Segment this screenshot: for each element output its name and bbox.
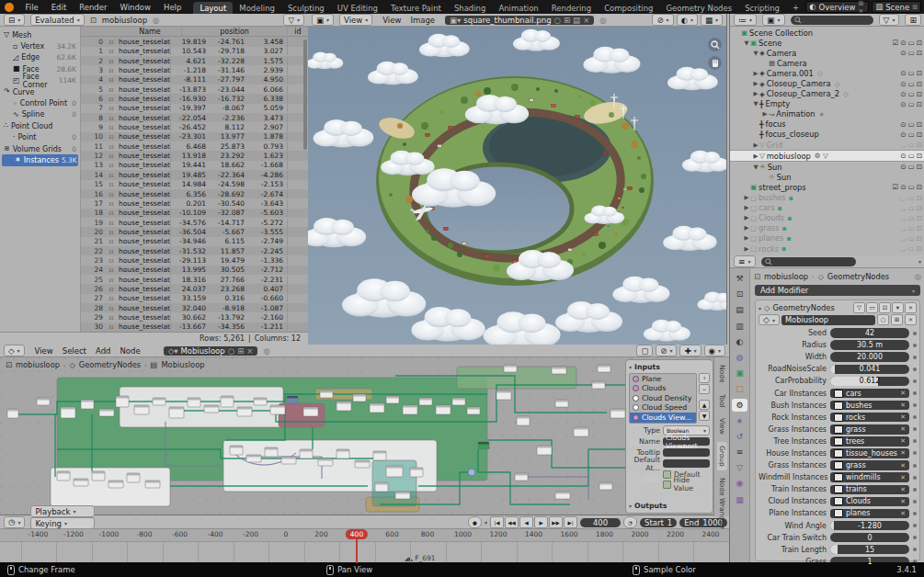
particles-tab[interactable]: ∗: [732, 414, 747, 427]
row-checkbox-icon[interactable]: ⊡: [106, 277, 117, 283]
default-attribute-field[interactable]: [663, 459, 710, 469]
expand-arrow-icon[interactable]: ▶: [752, 153, 759, 160]
remove-icon[interactable]: ✕: [900, 413, 906, 421]
disable-render-icon[interactable]: ⊡: [917, 141, 922, 149]
new-layer-icon[interactable]: ⊞: [912, 4, 918, 11]
domain-vertex[interactable]: ▫Vertex34.2K: [0, 40, 80, 51]
column-position[interactable]: position: [182, 28, 288, 36]
field-value[interactable]: Clouds✕: [830, 497, 909, 507]
hide-eye-icon[interactable]: ◡: [900, 224, 907, 232]
expand-arrow-icon[interactable]: ▶: [743, 204, 750, 211]
outliner-item-closeup-camera-2[interactable]: ▶◈Closeup_Camera_2◇⊙▭⊡: [730, 89, 924, 99]
side-tab-node[interactable]: Node: [717, 361, 727, 387]
hide-eye-icon[interactable]: ⊙: [900, 39, 906, 47]
animate-dot-icon[interactable]: [913, 403, 917, 407]
unlink-icon[interactable]: ×: [246, 346, 253, 356]
hide-eye-icon[interactable]: ⊙: [900, 49, 906, 57]
hide-eye-icon[interactable]: ⊙: [900, 80, 906, 88]
disable-viewport-icon[interactable]: ▭: [908, 90, 915, 98]
copy-icon[interactable]: ⊞: [237, 346, 244, 356]
table-row[interactable]: 11⊡house_tesselation.0126.46825.8730.793: [81, 141, 308, 151]
animate-dot-icon[interactable]: [913, 439, 917, 443]
field-value[interactable]: -1.280: [830, 521, 909, 531]
table-scrollbar[interactable]: [303, 40, 307, 150]
table-row[interactable]: 27⊡house_tesselation.00533.1590.316-0.66…: [81, 294, 308, 303]
menu-window[interactable]: Window: [113, 3, 157, 12]
add-input-button[interactable]: ＋: [699, 373, 710, 383]
field-value[interactable]: cars✕: [830, 389, 909, 399]
tab-modeling[interactable]: Modeling: [233, 2, 281, 14]
table-row[interactable]: 16⊡house_tesselation.0056.356-28.692-2.6…: [81, 189, 308, 198]
remove-icon[interactable]: ✕: [900, 449, 906, 457]
outliner-item-focus[interactable]: ╋focus⊙▭⊡: [730, 119, 924, 130]
outputs-section-title[interactable]: Outputs: [634, 502, 667, 510]
image-datablock[interactable]: ▣▾ square_thumbnail.png ○ ⊞ ▤ ×: [445, 16, 594, 25]
input-item-cloud-speed[interactable]: Cloud Speed: [630, 403, 696, 413]
side-tab-node-wrangler[interactable]: Node Wrangler: [717, 474, 727, 533]
tab-uv-editing[interactable]: UV Editing: [331, 2, 384, 14]
row-checkbox-icon[interactable]: ⊡: [106, 220, 117, 226]
row-checkbox-icon[interactable]: ⊡: [106, 39, 117, 45]
table-row[interactable]: 6⊡house_tesselation.001-16.930-16.7326.3…: [81, 94, 308, 103]
collapse-arrow-icon[interactable]: ▾: [759, 305, 761, 311]
animate-dot-icon[interactable]: [913, 500, 917, 503]
outliner-item-rocks[interactable]: ▶▢rocks▪◡▭⊡: [730, 243, 924, 254]
editor-type-nodes[interactable]: ◇ ▾: [4, 345, 25, 356]
row-checkbox-icon[interactable]: ⊡: [106, 153, 117, 159]
parent-node-tree-icon[interactable]: ▢: [636, 345, 653, 356]
outliner-item-sun[interactable]: ▼☀Sun⊙▭⊡: [730, 162, 924, 172]
expand-arrow-icon[interactable]: ▼: [743, 40, 750, 47]
snapping-icon[interactable]: ⊘ ▾: [656, 345, 677, 356]
outliner-item-scene-collection[interactable]: ▣Scene Collection: [730, 28, 924, 38]
row-checkbox-icon[interactable]: ⊡: [106, 162, 117, 168]
new-collection-button[interactable]: ⊞: [905, 14, 921, 26]
animate-dot-icon[interactable]: [913, 512, 917, 515]
overlays-icon[interactable]: ✚ ▾: [679, 345, 701, 356]
outliner-item-focus-closeup[interactable]: ╋focus_closeup⊙▭⊡: [730, 130, 924, 140]
outliner-search-input[interactable]: [791, 16, 873, 25]
table-row[interactable]: 26⊡house_tesselation.00424.03723.2680.40…: [81, 284, 308, 293]
row-checkbox-icon[interactable]: ⊡: [106, 76, 117, 83]
unpin-icon[interactable]: ⊞ ×: [859, 0, 866, 15]
extras-dropdown[interactable]: ▾: [892, 302, 904, 313]
row-checkbox-icon[interactable]: ⊡: [106, 86, 117, 93]
expand-arrow-icon[interactable]: ▶: [752, 141, 759, 149]
disable-viewport-icon[interactable]: ▭: [908, 194, 915, 202]
animate-dot-icon[interactable]: [913, 332, 917, 335]
side-tab-group[interactable]: Group: [717, 442, 727, 470]
material-tab[interactable]: ◉: [732, 477, 747, 490]
tab-layout[interactable]: Layout: [193, 2, 233, 14]
remove-icon[interactable]: ✕: [900, 425, 906, 433]
jump-end-button[interactable]: ▶|: [564, 516, 577, 528]
jump-start-button[interactable]: |◀: [490, 516, 504, 528]
disable-viewport-icon[interactable]: ▭: [908, 224, 915, 232]
playhead-frame-badge[interactable]: 400: [346, 529, 368, 539]
expand-arrow-icon[interactable]: ▼: [752, 100, 759, 107]
remove-icon[interactable]: ✕: [900, 437, 906, 445]
expand-arrow-icon[interactable]: ▶: [752, 80, 759, 87]
move-down-button[interactable]: ▼: [699, 411, 710, 421]
tooltip-field[interactable]: [663, 448, 710, 458]
checkbox-icon[interactable]: ☑: [893, 183, 899, 191]
view-layer-tab[interactable]: ▥: [732, 320, 747, 333]
disable-viewport-icon[interactable]: ▭: [908, 152, 915, 160]
outliner-item-cars[interactable]: ▶▢cars▪◡▭⊡: [730, 203, 924, 213]
domain-volume-grids[interactable]: ≋Volume Grids0: [0, 143, 80, 154]
domain-control-point[interactable]: ◦Control Point0: [0, 97, 80, 108]
row-checkbox-icon[interactable]: ⊡: [106, 115, 117, 121]
blender-logo-icon[interactable]: [5, 3, 14, 12]
hide-eye-icon[interactable]: ◡: [900, 214, 907, 222]
remove-icon[interactable]: ✕: [900, 390, 906, 397]
object-tab[interactable]: ▢: [732, 382, 747, 395]
editor-type-spreadsheet[interactable]: ⊟ ▾: [4, 14, 25, 26]
disable-render-icon[interactable]: ⊡: [917, 183, 922, 191]
disable-render-icon[interactable]: ⊡: [917, 49, 922, 57]
field-value[interactable]: tissue_houses✕: [830, 448, 909, 458]
row-checkbox-icon[interactable]: ⊡: [106, 305, 117, 311]
hide-eye-icon[interactable]: ◡: [900, 244, 907, 253]
animate-dot-icon[interactable]: [913, 391, 917, 395]
table-row[interactable]: 1⊡house_tesselation.00210.543-29.7183.02…: [81, 47, 308, 56]
row-checkbox-icon[interactable]: ⊡: [106, 266, 117, 273]
row-checkbox-icon[interactable]: ⊡: [106, 238, 117, 244]
side-tab-tool[interactable]: Tool: [717, 390, 727, 412]
